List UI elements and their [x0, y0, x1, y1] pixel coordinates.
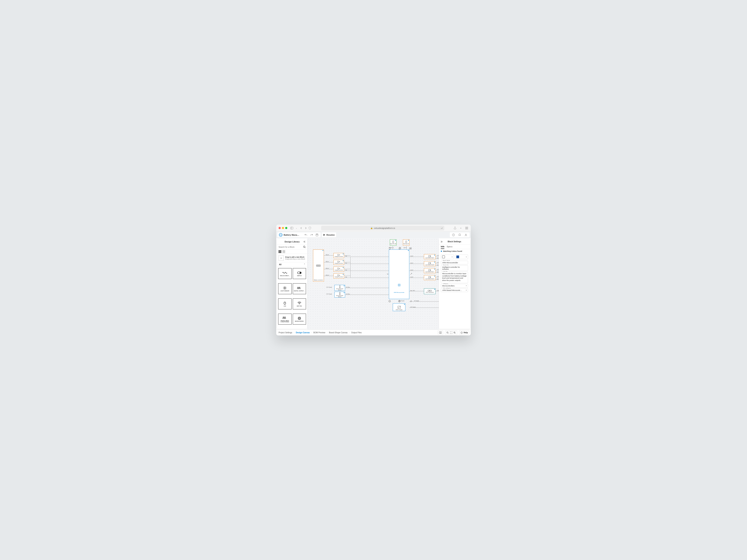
subcategory-dropdown[interactable]: Sub-category ARM Based Microcontr… ▾	[441, 288, 468, 292]
url-bar[interactable]: 🔒 celusdesignplatform.io	[321, 226, 444, 231]
node-load-switch-b[interactable]: Load Switch Rail B	[424, 261, 436, 266]
expand-icon[interactable]	[410, 273, 412, 275]
svg-rect-7	[316, 234, 317, 235]
block-tile-wifi-trx[interactable]: WIFI TRX	[293, 298, 306, 309]
node-warning-led[interactable]: Warning LED	[403, 239, 410, 246]
svg-rect-5	[467, 228, 468, 229]
forward-icon[interactable]	[304, 226, 308, 230]
crumb-design-canvas[interactable]: Design Canvas	[295, 331, 311, 335]
led-icon	[392, 241, 394, 243]
tab-info[interactable]: Info	[441, 246, 444, 249]
zoom-fit-icon[interactable]	[450, 331, 452, 334]
node-analog-front-end-2[interactable]: Analog Front End	[333, 267, 344, 272]
help-icon[interactable]: ?	[451, 233, 456, 237]
refresh-icon[interactable]	[441, 227, 443, 229]
collapse-settings-icon[interactable]	[440, 241, 443, 243]
grid-view-icon[interactable]	[279, 250, 281, 253]
block-tile-microcontroller[interactable]: MICROCONTRC	[293, 314, 306, 324]
block-tile-light-sensor[interactable]: LIGHT SENSOR	[278, 283, 291, 294]
block-tile-switch[interactable]: SWITCH	[293, 268, 306, 279]
svg-rect-79	[429, 269, 430, 271]
node-battery-connector[interactable]: Battery connector	[313, 249, 324, 282]
list-view-icon[interactable]	[282, 250, 285, 253]
node-analog-front-end-3[interactable]: Analog Front End	[333, 273, 344, 278]
project-chip[interactable]: CS Battery Mana…	[277, 232, 320, 237]
duplicate-icon[interactable]	[398, 247, 401, 249]
node-state-ok-led[interactable]: State OK LED	[390, 239, 396, 246]
block-name-field[interactable]: Block Name ARM Microcontroller	[441, 261, 468, 264]
tab-specs[interactable]: Specs	[447, 246, 452, 249]
drag-new-block[interactable]: + Drag to add a new Block Drag and drop …	[277, 254, 307, 262]
svg-rect-75	[430, 290, 432, 291]
chip-outline-icon	[442, 256, 445, 258]
close-window-icon[interactable]	[279, 227, 281, 229]
block-color-dropdown[interactable]: ▾	[455, 255, 468, 259]
crumb-output-files[interactable]: Output Files	[350, 331, 362, 335]
cut-icon[interactable]: ✂	[387, 273, 389, 275]
chevron-down-icon[interactable]: ⌄	[295, 226, 298, 230]
node-env-sensor-0[interactable]: Environmental Sensor	[334, 285, 345, 291]
svg-line-92	[455, 333, 456, 334]
sidebar-toggle-icon[interactable]	[290, 226, 293, 230]
svg-point-27	[299, 304, 300, 304]
minimize-window-icon[interactable]	[282, 227, 284, 229]
library-search-input[interactable]	[279, 246, 303, 248]
amp-icon	[337, 254, 340, 256]
help-button[interactable]: ? Help	[459, 330, 469, 335]
zoom-in-icon[interactable]	[454, 331, 456, 334]
node-env-sensor-1[interactable]: Environmental Sensor	[334, 292, 345, 297]
resize-handle-icon[interactable]	[410, 300, 412, 302]
block-tile-digital-output[interactable]: DIGITAL OUTPUT…	[293, 283, 306, 294]
full-info-field[interactable]: Full Info Microcontroller to monitor inp…	[441, 272, 468, 283]
group-icon[interactable]	[409, 247, 412, 249]
undo-icon[interactable]	[304, 233, 308, 237]
design-canvas[interactable]: ✂ Battery connector	[307, 238, 439, 329]
search-icon[interactable]	[303, 246, 306, 248]
wifi-icon	[298, 301, 301, 305]
resolve-button[interactable]: Resolve	[322, 232, 336, 237]
window-controls[interactable]	[279, 227, 287, 229]
zoom-out-icon[interactable]	[446, 331, 449, 334]
chevron-down-icon: ▾	[466, 289, 467, 291]
save-icon[interactable]	[315, 233, 319, 237]
svg-line-22	[284, 289, 284, 289]
svg-rect-74	[428, 290, 430, 291]
crumb-board-shape[interactable]: Board-Shape Canvas	[328, 331, 349, 335]
privacy-shield-icon[interactable]	[309, 227, 311, 230]
collapse-library-icon[interactable]	[303, 241, 306, 243]
block-tile-digital-input-cond[interactable]: DIGITAL INPUT CONDITIONING	[278, 314, 291, 324]
short-info-field[interactable]: Short Info Intelligent controller for so…	[441, 265, 468, 271]
category-dropdown[interactable]: Category Microcontrollers ▾	[441, 284, 468, 288]
new-tab-icon[interactable]: +	[459, 226, 463, 230]
share-icon[interactable]	[453, 226, 457, 230]
settings-title: Block Settings	[447, 241, 461, 243]
node-load-switch-a[interactable]: Load Switch Rail A	[424, 254, 436, 259]
color-swatch-icon	[456, 256, 459, 258]
node-load-switch-d[interactable]: Load Switch Rail D	[424, 275, 436, 280]
zoom-controls	[445, 330, 457, 335]
crumb-project-settings[interactable]: Project Settings	[278, 331, 293, 335]
block-tile-analog-input[interactable]: ANALOG INPUT…	[278, 268, 291, 279]
node-arm-microcontroller[interactable]: ARM Microcontroller	[389, 249, 409, 299]
svg-rect-60	[339, 285, 340, 287]
user-icon[interactable]	[464, 233, 468, 237]
block-tile-led[interactable]: LED	[278, 298, 291, 309]
svg-line-20	[284, 287, 284, 287]
node-analog-front-end-0[interactable]: Analog Front End	[333, 253, 344, 258]
node-load-switch-c[interactable]: Load Switch Rail C	[424, 268, 436, 273]
sun-icon	[283, 286, 287, 290]
maximize-window-icon[interactable]	[285, 227, 287, 229]
node-can-transceiver[interactable]: CAN Transceiver	[424, 288, 436, 294]
tabs-grid-icon[interactable]	[465, 226, 468, 230]
node-dcdc-supply[interactable]: DCDC Supply	[393, 303, 405, 311]
node-analog-front-end-1[interactable]: Analog Front End	[333, 260, 344, 265]
remove-port-icon[interactable]	[388, 300, 391, 302]
back-icon[interactable]	[300, 226, 303, 230]
crumb-bom-preview[interactable]: BOM Preview	[313, 331, 326, 335]
notifications-icon[interactable]	[458, 233, 462, 237]
project-name: Battery Mana…	[284, 234, 299, 236]
block-icon-dropdown[interactable]: ▾	[441, 255, 454, 259]
library-filter-all[interactable]: All ⌃	[277, 262, 307, 267]
redo-icon[interactable]	[309, 233, 314, 237]
book-button[interactable]	[438, 330, 443, 335]
